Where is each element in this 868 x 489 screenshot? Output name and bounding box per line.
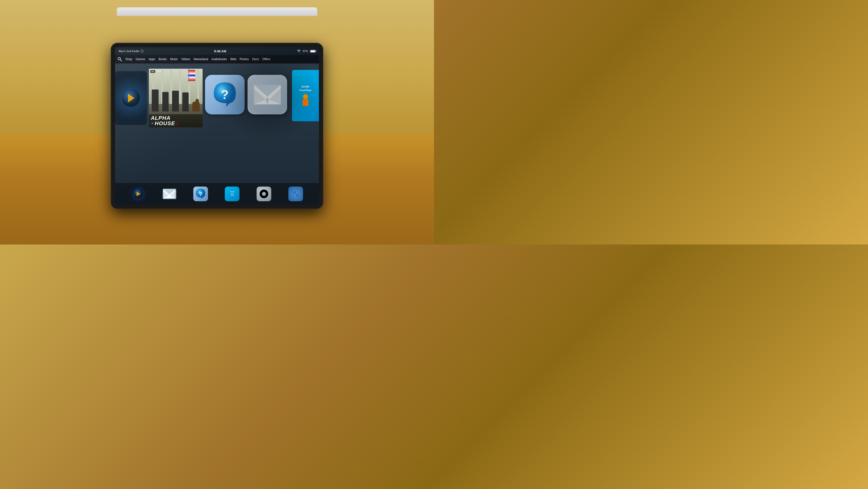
main-content-area: ALPHA ★ HOUSE ≡ HD Prime — [115, 64, 319, 205]
tablet-screen: Alan's 2nd Kindle 9:48 AM 97% — [115, 47, 319, 205]
sync-icon — [141, 50, 144, 53]
nav-games[interactable]: Games — [135, 57, 145, 61]
kindle-freetime-text: kindle FreeTime — [300, 85, 312, 92]
battery-fill — [311, 50, 315, 52]
battery-bar — [310, 50, 315, 53]
nav-books[interactable]: Books — [159, 57, 167, 61]
nav-music[interactable]: Music — [170, 57, 178, 61]
status-bar: Alan's 2nd Kindle 9:48 AM 97% — [115, 47, 319, 55]
wifi-icon — [297, 50, 301, 53]
nav-photos[interactable]: Photos — [240, 57, 249, 61]
equal-icon: ≡ — [176, 121, 178, 126]
dock-silver-icon — [259, 189, 269, 199]
dock-item-help[interactable]: ? — [193, 186, 208, 201]
dock-item-plex[interactable] — [131, 186, 146, 201]
device-name-display: Alan's 2nd Kindle — [119, 50, 144, 53]
svg-line-2 — [120, 60, 122, 61]
nav-audiobooks[interactable]: Audiobooks — [212, 57, 227, 61]
battery-percent-text: 97% — [303, 50, 308, 53]
svg-text:?: ? — [221, 88, 229, 102]
nav-docs[interactable]: Docs — [252, 57, 259, 61]
alpha-star-icon: ★ — [151, 122, 154, 125]
device-name-text: Alan's 2nd Kindle — [119, 50, 139, 53]
nav-shop[interactable]: Shop — [125, 57, 132, 61]
alpha-title: ALPHA — [151, 115, 200, 121]
dock-kindle-free-label: kindleFreeTime — [230, 191, 234, 197]
svg-point-0 — [299, 52, 299, 52]
dock-plex-icon — [133, 189, 144, 199]
dock-pets-icon: 🐾 — [292, 191, 299, 197]
plex-logo-icon — [121, 88, 141, 108]
nav-newsstand[interactable]: Newsstand — [193, 57, 208, 61]
tablet-device: Alan's 2nd Kindle 9:48 AM 97% — [111, 43, 323, 209]
content-carousel[interactable]: ALPHA ★ HOUSE ≡ HD Prime — [115, 66, 319, 135]
dock-help-icon: ? — [195, 188, 206, 200]
plex-carousel-item[interactable] — [115, 71, 147, 125]
mail-carousel-item[interactable] — [248, 75, 287, 114]
help-carousel-item[interactable]: ? — [205, 75, 245, 114]
mail-envelope-icon — [254, 85, 281, 105]
nav-offers[interactable]: Offers — [262, 57, 270, 61]
alpha-house-carousel-item[interactable]: ALPHA ★ HOUSE ≡ HD Prime — [149, 69, 203, 127]
status-right: 97% — [297, 50, 315, 53]
nav-web[interactable]: Web — [230, 57, 236, 61]
dock-item-inbox[interactable] — [163, 189, 176, 199]
prime-badge: Prime — [157, 70, 161, 72]
nav-videos[interactable]: Videos — [181, 57, 190, 61]
tablet-case — [117, 7, 317, 16]
navigation-bar: Shop Games Apps Books Music Videos Newss… — [115, 55, 319, 63]
time-display: 9:48 AM — [214, 49, 226, 53]
kindle-freetime-carousel-item[interactable]: kindle FreeTime — [292, 70, 319, 121]
bottom-dock: ? kindleFreeTime — [115, 183, 319, 205]
hd-badge: HD — [150, 70, 155, 73]
house-title: HOUSE — [155, 121, 175, 126]
dock-item-kindle-free[interactable]: kindleFreeTime — [225, 186, 240, 201]
svg-text:?: ? — [199, 191, 202, 197]
dock-item-silver-app[interactable] — [256, 186, 271, 201]
dock-inbox-icon — [164, 190, 175, 198]
svg-point-23 — [262, 192, 266, 196]
dock-item-pets[interactable]: 🐾 — [288, 186, 303, 201]
search-icon[interactable] — [118, 57, 122, 61]
nav-apps[interactable]: Apps — [149, 57, 155, 61]
help-question-icon: ? — [211, 81, 238, 108]
